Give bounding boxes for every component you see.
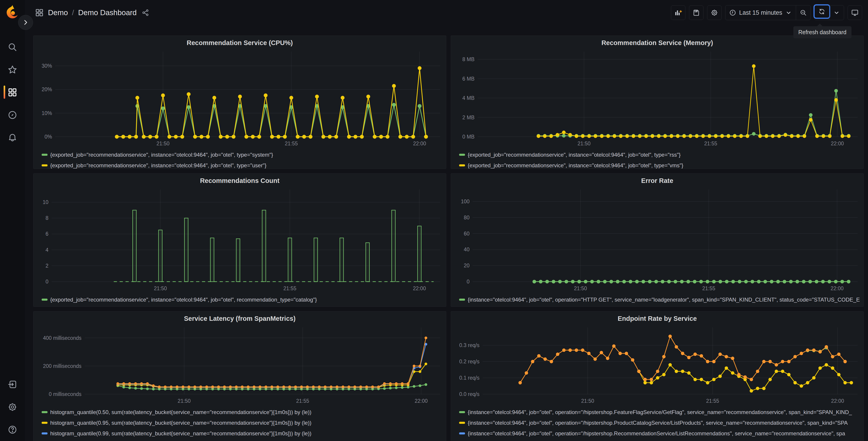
legend-item[interactable]: histogram_quantile(0.95, sum(rate(latenc… xyxy=(42,417,446,428)
bar xyxy=(366,243,369,282)
panel-service-latency: Service Latency (from SpanMetrics) 21:50… xyxy=(33,311,446,441)
sign-in-icon xyxy=(7,379,18,389)
monitor-icon xyxy=(851,9,859,17)
panel-title[interactable]: Service Latency (from SpanMetrics) xyxy=(33,312,446,326)
legend-item[interactable]: histogram_quantile(0.50, sum(rate(latenc… xyxy=(42,407,446,417)
legend-color-chip xyxy=(459,432,465,435)
grafana-logo[interactable] xyxy=(4,4,21,20)
x-tick-label: 22:00 xyxy=(831,141,844,146)
legend-item[interactable]: {instance="otelcol:9464", job="otel", op… xyxy=(459,439,864,441)
endpoint-rate-legend: {instance="otelcol:9464", job="otel", op… xyxy=(451,406,864,441)
panel-title[interactable]: Error Rate xyxy=(451,174,864,188)
refresh-tooltip: Refresh dashboard xyxy=(793,26,851,38)
bar xyxy=(133,210,136,282)
legend-item[interactable]: {instance="otelcol:9464", job="otel", op… xyxy=(459,294,864,305)
sidebar-item-dashboards[interactable] xyxy=(0,87,25,98)
y-tick-label: 8 MB xyxy=(462,56,474,62)
y-tick-label: 2 MB xyxy=(462,115,474,120)
legend-item[interactable]: {instance="otelcol:9464", job="otel", op… xyxy=(459,417,864,428)
legend-label: {exported_job="recommendationservice", i… xyxy=(468,162,683,169)
error-rate-legend: {instance="otelcol:9464", job="otel", op… xyxy=(451,293,864,305)
series-line xyxy=(520,336,845,383)
save-dashboard-button[interactable] xyxy=(689,5,704,20)
bar xyxy=(340,238,343,282)
legend-item[interactable]: histogram_quantile(0.99, sum(rate(latenc… xyxy=(42,428,446,439)
x-tick-label: 21:55 xyxy=(702,286,715,291)
y-tick-label: 6 MB xyxy=(462,76,474,82)
refresh-button[interactable] xyxy=(813,4,830,19)
panel-title[interactable]: Endpoint Rate by Service xyxy=(451,312,864,326)
legend-label: {instance="otelcol:9464", job="otel", op… xyxy=(468,297,860,303)
legend-item[interactable]: {instance="otelcol:9464", job="otel", op… xyxy=(459,407,864,417)
panel-title[interactable]: Recommendation Service (CPU%) xyxy=(33,36,446,50)
recommendations-count-chart[interactable]: 21:5021:5522:000246810 xyxy=(33,188,446,293)
zoom-out-button[interactable] xyxy=(796,5,810,20)
legend-item[interactable]: {exported_job="recommendationservice", i… xyxy=(42,294,446,305)
sidebar-item-help[interactable] xyxy=(0,424,25,435)
memory-legend: {exported_job="recommendationservice", i… xyxy=(451,148,864,169)
sidebar-item-sign-in[interactable] xyxy=(0,379,25,390)
legend-item[interactable]: {exported_job="recommendationservice", i… xyxy=(42,149,446,160)
breadcrumb-dashboard[interactable]: Demo Dashboard xyxy=(78,8,137,17)
legend-label: {exported_job="recommendationservice", i… xyxy=(50,297,317,303)
zoom-out-icon xyxy=(800,9,807,16)
y-tick-label: 20 xyxy=(464,263,469,268)
y-tick-label: 40 xyxy=(464,246,469,253)
y-tick-label: 0 milliseconds xyxy=(49,391,82,397)
sidebar-item-starred[interactable] xyxy=(0,64,25,75)
y-tick-label: 0 xyxy=(45,279,49,285)
grafana-dashboard: { "colors": { "green": "#73BF69", "yello… xyxy=(0,0,868,441)
legend-label: {instance="otelcol:9464", job="otel", op… xyxy=(468,409,852,415)
topbar: Demo / Demo Dashboard Last 15 minutes xyxy=(25,0,868,25)
legend-label: histogram_quantile(0.99, sum(rate(latenc… xyxy=(50,430,311,437)
sidebar-item-search[interactable] xyxy=(0,42,25,53)
y-tick-label: 0.2 req/s xyxy=(459,359,480,364)
search-icon xyxy=(7,42,18,52)
sidebar-bottom-menu xyxy=(0,379,25,435)
y-tick-label: 0 xyxy=(467,279,469,285)
y-tick-label: 6 xyxy=(45,231,49,237)
breadcrumb: Demo / Demo Dashboard xyxy=(35,8,149,17)
legend-item[interactable]: {instance="otelcol:9464", job="otel", op… xyxy=(459,428,864,439)
y-tick-label: 0 MB xyxy=(462,134,474,140)
panel-title[interactable]: Recommendations Count xyxy=(33,174,446,188)
active-indicator xyxy=(4,86,5,99)
legend-item[interactable]: {exported_job="recommendationservice", i… xyxy=(459,149,864,160)
time-range-label: Last 15 minutes xyxy=(739,9,782,16)
refresh-interval-dropdown[interactable] xyxy=(829,5,844,20)
kiosk-mode-button[interactable] xyxy=(848,5,862,20)
share-icon[interactable] xyxy=(142,9,149,17)
bar xyxy=(392,210,395,282)
panel-error-rate: Error Rate 21:5021:5522:00020406080100 {… xyxy=(451,173,864,307)
x-tick-label: 21:55 xyxy=(704,141,717,146)
series-line xyxy=(118,338,426,387)
memory-chart[interactable]: 21:5021:5522:000 MB2 MB4 MB6 MB8 MB xyxy=(451,50,864,148)
time-range-picker[interactable]: Last 15 minutes xyxy=(725,5,796,20)
y-tick-label: 200 milliseconds xyxy=(43,363,82,369)
x-tick-label: 22:00 xyxy=(831,286,843,291)
y-tick-label: 20% xyxy=(42,86,52,92)
error-rate-chart[interactable]: 21:5021:5522:00020406080100 xyxy=(451,188,864,293)
cpu-chart[interactable]: 21:5021:5522:000%10%20%30% xyxy=(33,50,446,148)
legend-label: {exported_job="recommendationservice", i… xyxy=(50,162,266,169)
breadcrumb-divider: / xyxy=(72,8,74,17)
sidebar-expand-button[interactable] xyxy=(18,15,33,30)
recommendations-count-legend: {exported_job="recommendationservice", i… xyxy=(33,293,446,305)
legend-item[interactable]: histogram_quantile(0.999, sum(rate(laten… xyxy=(42,439,446,441)
sidebar-item-alerting[interactable] xyxy=(0,132,25,143)
help-icon xyxy=(7,425,18,435)
clock-icon xyxy=(729,9,736,16)
x-tick-label: 22:00 xyxy=(413,141,426,146)
sidebar-item-explore[interactable] xyxy=(0,110,25,120)
legend-label: histogram_quantile(0.95, sum(rate(latenc… xyxy=(50,420,311,426)
breadcrumb-folder[interactable]: Demo xyxy=(48,8,68,17)
service-latency-chart[interactable]: 21:5021:5522:000 milliseconds200 millise… xyxy=(33,326,446,406)
sidebar-item-settings[interactable] xyxy=(0,402,25,412)
dashboard-settings-button[interactable] xyxy=(707,5,722,20)
endpoint-rate-chart[interactable]: 21:5021:5522:000.0 req/s0.1 req/s0.2 req… xyxy=(451,326,864,406)
legend-item[interactable]: {exported_job="recommendationservice", i… xyxy=(42,160,446,169)
sidebar xyxy=(0,0,25,441)
add-panel-button[interactable] xyxy=(671,5,685,20)
legend-item[interactable]: {exported_job="recommendationservice", i… xyxy=(459,160,864,169)
chevron-down-icon xyxy=(785,9,792,16)
